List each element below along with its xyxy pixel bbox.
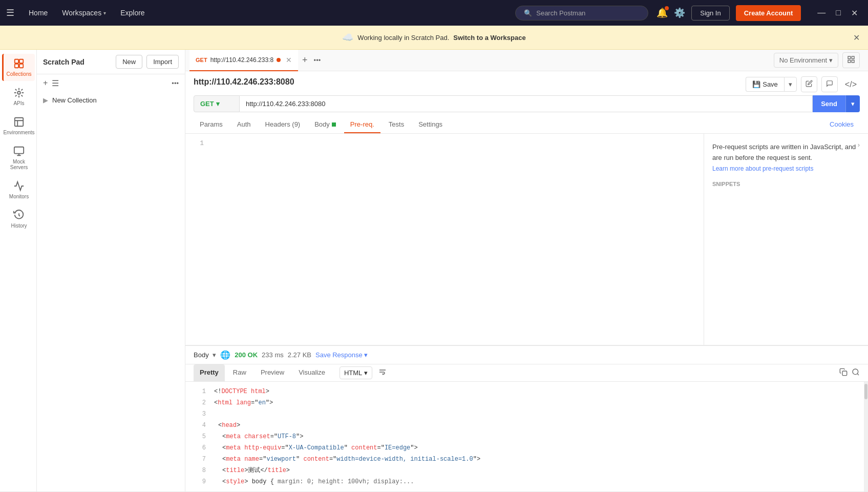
svg-point-12 [853, 369, 858, 375]
pre-req-hint-panel: › Pre-request scripts are written in Jav… [704, 134, 868, 345]
method-selector[interactable]: GET ▾ [194, 95, 240, 112]
sidebar-item-apis[interactable]: APIs [2, 83, 35, 110]
filter-icon[interactable]: ☰ [52, 78, 59, 88]
env-label: No Environment [779, 56, 827, 64]
tab-auth[interactable]: Auth [231, 116, 257, 133]
response-action-buttons [839, 368, 860, 378]
svg-rect-0 [15, 59, 18, 63]
response-code-viewer[interactable]: 1 <!DOCTYPE html> 2 <html lang="en"> 3 4… [185, 382, 864, 491]
send-button[interactable]: Send [813, 95, 845, 112]
method-label: GET [200, 100, 214, 108]
switch-workspace-link[interactable]: Switch to a Workspace [453, 34, 525, 42]
resp-line-4: 4 <head> [185, 420, 864, 431]
tab-cookies[interactable]: Cookies [823, 116, 860, 133]
edit-button[interactable] [801, 76, 817, 92]
resp-line-9: 9 <style> body { margin: 0; height: 100v… [185, 476, 864, 487]
tab-more-button[interactable]: ••• [314, 56, 321, 64]
nav-home[interactable]: Home [23, 6, 54, 20]
scrollbar-thumb [864, 384, 867, 399]
learn-more-link[interactable]: Learn more about pre-request scripts [712, 165, 813, 172]
collections-icon [13, 58, 25, 69]
new-tab-button[interactable]: + [298, 55, 312, 66]
resp-line-7: 7 <meta name="viewport" content="width=d… [185, 454, 864, 465]
response-scrollbar[interactable] [864, 382, 868, 491]
collections-panel: Scratch Pad New Import + ☰ ••• ▶ New Col… [37, 50, 185, 491]
env-dropdown-icon: ▾ [829, 56, 833, 64]
resp-tab-raw[interactable]: Raw [227, 364, 252, 381]
svg-rect-8 [852, 56, 854, 59]
hint-arrow: › [858, 140, 860, 151]
resp-line-3: 3 [185, 408, 864, 420]
comment-button[interactable] [821, 76, 838, 92]
sidebar-environments-label: Environments [3, 130, 34, 135]
sidebar-item-collections[interactable]: Collections [2, 54, 35, 81]
tab-headers[interactable]: Headers (9) [259, 116, 307, 133]
tab-tests[interactable]: Tests [383, 116, 410, 133]
search-bar[interactable]: 🔍 Search Postman [515, 6, 648, 20]
response-code-area: 1 <!DOCTYPE html> 2 <html lang="en"> 3 4… [185, 382, 868, 491]
pre-req-hint-text: Pre-request scripts are written in JavaS… [712, 142, 860, 163]
new-collection-item[interactable]: ▶ New Collection [37, 92, 185, 108]
save-response-button[interactable]: Save Response ▾ [315, 351, 368, 359]
pre-req-editor[interactable]: 1 [185, 134, 704, 345]
apis-icon [13, 87, 25, 98]
close-button[interactable]: ✕ [847, 7, 862, 19]
globe-icon[interactable]: 🌐 [220, 350, 230, 360]
svg-rect-3 [19, 64, 23, 68]
url-input[interactable] [240, 95, 813, 112]
notifications-icon[interactable]: 🔔 [657, 7, 668, 18]
new-button[interactable]: New [116, 55, 142, 69]
resp-tab-visualize[interactable]: Visualize [292, 364, 331, 381]
tab-pre-req[interactable]: Pre-req. [344, 116, 380, 133]
svg-line-13 [857, 374, 859, 375]
response-body-label[interactable]: Body ▾ [194, 351, 216, 359]
format-selector[interactable]: HTML ▾ [340, 366, 372, 379]
settings-icon[interactable]: ⚙️ [674, 7, 685, 18]
sidebar-item-mock-servers[interactable]: Mock Servers [2, 141, 35, 174]
send-dropdown-button[interactable]: ▾ [845, 95, 860, 112]
resp-tab-pretty[interactable]: Pretty [194, 364, 225, 381]
wrap-icon[interactable] [378, 368, 387, 378]
sidebar-item-monitors[interactable]: Monitors [2, 176, 35, 203]
send-button-group: Send ▾ [813, 95, 860, 112]
menu-icon[interactable]: ☰ [6, 7, 14, 18]
body-indicator [332, 122, 336, 127]
save-dropdown-button[interactable]: ▾ [784, 77, 797, 92]
search-response-icon[interactable] [852, 368, 860, 378]
save-button[interactable]: 💾 Save [746, 77, 784, 92]
panel-more-icon[interactable]: ••• [172, 79, 179, 87]
resp-line-2: 2 <html lang="en"> [185, 397, 864, 408]
request-title-row: http://110.42.246.233:8080 💾 Save ▾ [185, 71, 868, 95]
sidebar-item-history[interactable]: History [2, 206, 35, 233]
titlebar-nav: Home Workspaces ▾ Explore [23, 6, 507, 20]
sidebar-item-environments[interactable]: Environments [2, 112, 35, 139]
signin-button[interactable]: Sign In [691, 6, 729, 20]
snippets-label: SNIPPETS [712, 180, 860, 189]
code-button[interactable]: </> [842, 77, 860, 92]
banner-close-button[interactable]: ✕ [853, 33, 860, 43]
environment-selector[interactable]: No Environment ▾ [774, 53, 838, 68]
tab-params[interactable]: Params [194, 116, 229, 133]
svg-rect-9 [848, 60, 851, 63]
tab-settings[interactable]: Settings [412, 116, 449, 133]
minimize-button[interactable]: — [813, 7, 830, 19]
svg-rect-10 [852, 60, 854, 63]
nav-workspaces[interactable]: Workspaces ▾ [56, 6, 112, 20]
tab-close-button[interactable]: ✕ [286, 56, 292, 64]
maximize-button[interactable]: □ [832, 7, 845, 19]
nav-explore[interactable]: Explore [114, 6, 151, 20]
panel-header-actions: New Import [116, 55, 179, 69]
banner-text: Working locally in Scratch Pad. [357, 34, 449, 42]
new-collection-label: New Collection [52, 96, 97, 104]
manage-environments-icon[interactable] [842, 52, 860, 68]
import-button[interactable]: Import [146, 55, 179, 69]
add-collection-icon[interactable]: + [43, 78, 48, 88]
resp-tab-preview[interactable]: Preview [255, 364, 290, 381]
tab-body[interactable]: Body [308, 116, 342, 133]
tab-unsaved-dot [277, 58, 281, 62]
request-tab-active[interactable]: GET http://110.42.246.233:8 ✕ [189, 50, 298, 71]
copy-icon[interactable] [839, 368, 848, 378]
create-account-button[interactable]: Create Account [736, 5, 801, 21]
titlebar: ☰ Home Workspaces ▾ Explore 🔍 Search Pos… [0, 0, 868, 26]
chevron-right-icon: ▶ [43, 96, 48, 104]
